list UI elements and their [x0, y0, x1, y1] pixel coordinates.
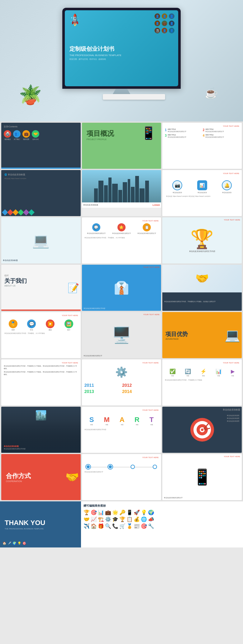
city-info-bar: LOGO 单击此处添加标题	[82, 202, 161, 208]
keyboard-decoration	[103, 94, 165, 100]
team-icon: 👔	[114, 281, 129, 295]
slide-city-dark: 单击此处添加标题 单击此处添加相关说明文字内容 🏙️	[1, 407, 81, 453]
smart-a: A 标题	[120, 416, 125, 425]
slide-smart: YOUR TEXT HERE S 标题 M 标题 A 标题 R 标题 T 标题	[82, 407, 161, 453]
plant-decoration: 🪴	[19, 84, 42, 106]
letter-t: T	[150, 416, 154, 424]
timeline-line	[86, 465, 157, 469]
biz-icon-8: 🚀	[134, 509, 140, 515]
target-title-area: 单击此处添加标题	[223, 408, 240, 411]
icon-label-3: 项目优势	[23, 138, 29, 140]
people-icons: 👤 👤 👤 👤 💼 👤 📓 👤 👤	[155, 13, 175, 34]
timeline-dot-2	[108, 465, 112, 469]
add-num-2: 2	[203, 128, 205, 132]
tablet-icon: 📱	[141, 126, 156, 140]
computer-text: 单击此处添加相关说明文字	[83, 355, 160, 357]
contents-header: 目录/Contents	[4, 125, 78, 128]
slide-computer: YOUR TEXT HERE 🖥️ 单击此处添加相关说明文字	[82, 312, 161, 358]
biz-icon-29: 🎯	[141, 523, 147, 529]
image-icon: 🖼️	[64, 320, 73, 328]
add-num-1: 1	[165, 128, 167, 132]
icon-circle-1: 🖨️	[4, 130, 11, 138]
add-title-item-4: 4 ADD TITLE单击此处添加相关说明文字	[203, 134, 239, 138]
add-text-1: ADD TITLE单击此处添加相关说明文字	[168, 128, 186, 133]
play-label: 播放	[49, 329, 52, 331]
medal-icon: 🥇	[9, 320, 17, 328]
smart-r: R 标题	[135, 416, 140, 425]
computer-icon: 🖥️	[112, 326, 131, 344]
handshake-text: 单击此处添加相关说明文字内容，字体颜色大小可修改，在此输入说明文字	[164, 301, 216, 302]
team-text: 单击此处添加相关说明文字内容	[83, 307, 160, 309]
icons-rows: 🏆 🎯 📊 💼 🌟 🔑 📱 🚀 💡 🌍 🤝 📈 🏗️ ⚙️ 🎓 🏆 📋	[83, 509, 241, 529]
slide-add-titles: YOUR TEXT HERE 1 ADD TITLE单击此处添加相关说明文字 2…	[162, 123, 242, 169]
process-icon-2: 📊 单击此处添加	[197, 180, 207, 193]
r-label: 标题	[136, 424, 138, 425]
process-circle-2: 📊	[197, 180, 207, 190]
feat-icon-1: ✅ 标题	[169, 368, 176, 376]
biz-icon-14: ⚙️	[105, 516, 111, 522]
biz-icon-5: 🌟	[112, 509, 118, 515]
biz-icon-7: 📱	[126, 509, 133, 515]
add-title-item-3: 3 ADD TITLE单击此处添加相关说明文字	[165, 134, 201, 138]
icon-circle-4: 🤝	[32, 130, 39, 138]
cooperation-title-en: COOPERATION	[6, 480, 31, 482]
feat-label-3: 标题	[202, 375, 205, 376]
t-label: 标题	[150, 424, 153, 425]
about-title-zh: 关于我们	[4, 277, 27, 285]
your-text-label-6: YOUR TEXT HERE	[4, 315, 78, 316]
slide-subtext-r2s1: 单击此处 https://www.f.com/p/m	[4, 178, 78, 179]
process-icon-3: 🔔 单击此处添加	[222, 180, 232, 193]
icons-row-1: 🏆 🎯 📊 💼 🌟 🔑 📱 🚀 💡 🌍	[83, 509, 241, 515]
your-text-label-11: YOUR TEXT HERE	[84, 409, 159, 411]
slide-laptop: 💻 单击此处添加标题	[1, 217, 81, 263]
rocket-icon: 🚀	[67, 12, 82, 27]
slide-thank-you: THANK YOU THE PROFESSIONAL BUSINESS TEMP…	[0, 501, 81, 547]
city-dark-text: 单击此处添加标题 单击此处添加相关说明文字内容	[4, 445, 78, 450]
add-text-4: ADD TITLE单击此处添加相关说明文字	[205, 134, 224, 138]
project-title-zh: 项目概况	[87, 129, 114, 138]
monitor-frame: 🚀 定制级创业计划书 THE PROFESSIONAL BUSINESS TEM…	[62, 8, 181, 89]
smart-s: S 标题	[89, 416, 94, 425]
cooperation-content: 合作方式 COOPERATION	[6, 472, 31, 482]
process-text-1: 单击此处添加	[173, 192, 182, 193]
city-text: 单击此处添加标题	[83, 204, 160, 206]
letter-a: A	[120, 416, 125, 424]
icons-section-title: 赠可编辑商务图标	[83, 504, 241, 508]
circle-text-3: 单击此处添加相关说明文字	[135, 232, 159, 234]
slide-text-r3s2: YOUR TEXT HERE 💬 单击此处添加相关说明文字 ⭐ 单击此处添加相关…	[82, 217, 161, 263]
add-title-item-2: 2 ADD TITLE单击此处添加相关说明文字	[203, 128, 239, 133]
trophy-text: 单击此处添加相关说明文字内容	[186, 250, 218, 253]
timeline-dot-1	[86, 465, 90, 469]
your-text-label-4: YOUR TEXT HERE	[224, 219, 240, 221]
slides-grid: 目录/Contents 🖨️ 项目概况 👥 关于我们 💼 项目优势 🤝 合作方式…	[0, 121, 243, 501]
your-text-label-8: YOUR TEXT HERE	[4, 362, 78, 364]
add-title-grid: 1 ADD TITLE单击此处添加相关说明文字 2 ADD TITLE单击此处添…	[165, 128, 239, 138]
your-text-label-5: YOUR TEXT HERE	[143, 266, 160, 268]
year-2014: 2014	[122, 389, 159, 394]
add-title-item-1: 1 ADD TITLE单击此处添加相关说明文字	[165, 128, 201, 133]
city-dark-desc: 单击此处添加相关说明文字内容	[4, 448, 78, 450]
biz-icon-4: 💼	[105, 509, 111, 515]
ty-icon-1: 🏠	[2, 542, 6, 545]
contents-item-3: 💼 项目优势	[22, 130, 30, 140]
feat-label-4: 标题	[217, 375, 220, 376]
s-label: 标题	[90, 424, 93, 425]
city-background	[82, 170, 161, 202]
target-svg	[190, 417, 215, 442]
handshake-text-bg: 单击此处添加相关说明文字内容，字体颜色大小可修改，在此输入说明文字	[162, 292, 242, 311]
your-text-label-9: YOUR TEXT HERE	[84, 362, 159, 364]
contents-item-4: 🤝 合作方式	[32, 130, 39, 140]
biz-icon-30: 🔧	[148, 523, 154, 529]
biz-icon-9: 💡	[141, 509, 147, 515]
biz-icon-10: 🌍	[148, 509, 154, 515]
icon-item-chat: 💬 对话	[27, 320, 36, 331]
timeline-desc: 单击此处添加相关说明文字	[84, 471, 159, 473]
ty-icon-3: 🌍	[12, 542, 16, 545]
process-icons-row: 📷 单击此处添加 📊 单击此处添加 🔔 单击此处添加	[165, 180, 239, 193]
grid-icon: 📊	[216, 368, 222, 374]
timeline-dot-3	[131, 465, 135, 469]
biz-icon-6: 🔑	[119, 509, 126, 515]
circle-item-2: ⭐ 单击此处添加相关说明文字	[110, 223, 133, 234]
diamond-shapes	[3, 210, 34, 215]
biz-icon-19: 🌐	[141, 516, 147, 522]
